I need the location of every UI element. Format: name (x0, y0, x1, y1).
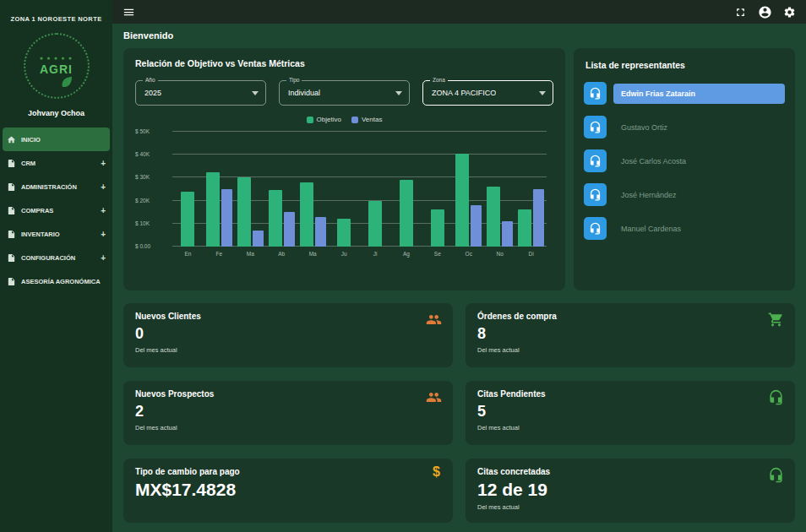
rep-item-manuel[interactable]: Manuel Cardenas (584, 217, 785, 240)
stat-value: 12 de 19 (477, 480, 783, 500)
stat-subtitle: Del mes actual (135, 424, 441, 432)
rep-name: José Carlos Acosta (613, 151, 785, 171)
zona-select[interactable]: Zona ZONA 4 PACIFICO (422, 80, 553, 106)
stat-card-citas-concretadas: Citas concretadas 12 de 19 Del mes actua… (466, 459, 795, 523)
fullscreen-icon[interactable] (734, 6, 747, 19)
x-tick-label: Ab (266, 251, 297, 257)
x-tick-label: Ju (329, 251, 360, 257)
stat-title: Tipo de cambio para pago (135, 467, 441, 476)
gear-icon[interactable] (783, 6, 796, 19)
rep-name: Gustavo Ortiz (613, 117, 785, 138)
zone-title: ZONA 1 NOROESTE NORTE (3, 15, 109, 23)
page-title: Bienvenido (123, 30, 795, 41)
x-tick-label: Oc (453, 251, 484, 257)
sidebar-item-crm[interactable]: CRM + (0, 151, 112, 175)
expand-icon: + (101, 230, 106, 239)
people-icon (426, 312, 442, 328)
x-tick-label: Ma (297, 251, 329, 257)
stat-card-tipo-cambio: Tipo de cambio para pago MX$17.4828 $ (123, 459, 453, 523)
bar-ventas (315, 217, 326, 247)
sidebar-item-compras[interactable]: COMPRAS + (0, 198, 112, 222)
file-icon (7, 230, 16, 239)
stat-subtitle: Del mes actual (477, 346, 783, 354)
rep-name: José Hernández (613, 185, 785, 205)
chart-bars (172, 132, 547, 247)
sidebar-item-inicio[interactable]: INICIO (3, 128, 110, 151)
logo-stars: ★ ★ ★ ★ ★ (40, 56, 74, 61)
stat-title: Nuevos Clientes (135, 312, 441, 321)
support-agent-icon (584, 183, 607, 206)
sidebar-item-configuracion[interactable]: CONFIGURACIÓN + (0, 246, 112, 269)
sidebar-item-inventario[interactable]: INVENTARIO + (0, 222, 112, 246)
x-tick-label: Ag (390, 251, 422, 257)
bar-group (360, 132, 391, 247)
bar-objetivo (269, 190, 282, 247)
dashboard-content: Bienvenido Relación de Objetivo vs Venta… (112, 24, 806, 532)
support-agent-icon (584, 116, 607, 138)
agri-logo: ★ ★ ★ ★ ★ AGRI (24, 33, 90, 99)
bar-ventas (253, 231, 264, 247)
ventas-swatch (351, 117, 358, 123)
chevron-down-icon (539, 91, 546, 95)
stat-subtitle: Del mes actual (477, 424, 783, 432)
legend-label: Ventas (362, 116, 382, 123)
tipo-select[interactable]: Tipo Individual (279, 80, 410, 106)
bar-group (235, 132, 266, 247)
sidebar-item-administracion[interactable]: ADMINISTRACIÓN + (0, 175, 112, 198)
x-axis: EnFeMaAbMaJuJlAgSeOcNoDi (172, 251, 547, 257)
bar-ventas (533, 189, 544, 247)
expand-icon: + (101, 253, 106, 263)
x-tick-label: En (172, 251, 204, 257)
stat-title: Órdenes de compra (477, 312, 783, 321)
rep-item-gustavo[interactable]: Gustavo Ortiz (584, 116, 785, 138)
bar-group (515, 132, 547, 247)
tipo-select-value: Individual (288, 89, 320, 97)
rep-item-edwin[interactable]: Edwin Frias Zatarain (584, 82, 785, 105)
representatives-card: Lista de representantes Edwin Frias Zata… (574, 48, 795, 290)
stats-grid: Nuevos Clientes 0 Del mes actual Órdenes… (123, 303, 795, 523)
legend-objetivo: Objetivo (307, 116, 341, 123)
account-icon[interactable] (758, 5, 772, 19)
chart-title: Relación de Objetivo vs Ventas Métricas (135, 58, 553, 68)
headset-icon (768, 467, 784, 483)
bar-objetivo (487, 187, 500, 247)
menu-icon[interactable] (123, 6, 135, 19)
stat-value: 0 (135, 325, 441, 343)
chevron-down-icon (252, 91, 259, 95)
stat-card-nuevos-clientes: Nuevos Clientes 0 Del mes actual (123, 303, 453, 367)
file-icon (7, 253, 16, 263)
stat-card-ordenes-compra: Órdenes de compra 8 Del mes actual (466, 303, 795, 367)
bar-group (266, 132, 297, 247)
bar-objetivo (206, 172, 220, 247)
metrics-card: Relación de Objetivo vs Ventas Métricas … (123, 48, 565, 290)
rep-item-jose-carlos[interactable]: José Carlos Acosta (584, 149, 785, 172)
file-icon (7, 159, 16, 168)
leaf-icon (59, 73, 74, 89)
sidebar-item-label: COMPRAS (21, 207, 53, 214)
support-agent-icon (584, 217, 607, 240)
y-tick-label: $ 20K (135, 198, 150, 204)
sidebar-item-label: ADMINISTRACIÓN (21, 183, 77, 191)
topbar (112, 0, 806, 24)
stat-title: Citas Pendientes (477, 389, 783, 399)
y-tick-label: $ 50K (135, 128, 150, 134)
y-tick-label: $ 10K (135, 220, 150, 226)
user-name: Johvany Ochoa (0, 109, 112, 117)
bar-objetivo (337, 219, 351, 247)
topbar-actions (734, 5, 796, 19)
expand-icon: + (101, 206, 106, 215)
year-select-value: 2025 (144, 89, 161, 97)
people-icon (426, 389, 442, 405)
bar-ventas (221, 189, 232, 247)
sidebar-item-label: ASESORÍA AGRONÓMICA (21, 278, 101, 285)
y-tick-label: $ 0.00 (135, 243, 150, 249)
x-tick-label: Fe (204, 251, 235, 257)
top-row: Relación de Objetivo vs Ventas Métricas … (123, 48, 795, 290)
rep-item-jose-hernandez[interactable]: José Hernández (584, 183, 785, 206)
stat-card-citas-pendientes: Citas Pendientes 5 Del mes actual (466, 381, 795, 445)
sidebar-item-asesoria-agronomica[interactable]: ASESORÍA AGRONÓMICA (0, 269, 112, 293)
chart-filters: Año 2025 Tipo Individual Zona ZONA 4 PAC… (135, 80, 553, 106)
year-select[interactable]: Año 2025 (135, 80, 266, 106)
home-icon (7, 135, 16, 144)
bar-group (390, 132, 422, 247)
